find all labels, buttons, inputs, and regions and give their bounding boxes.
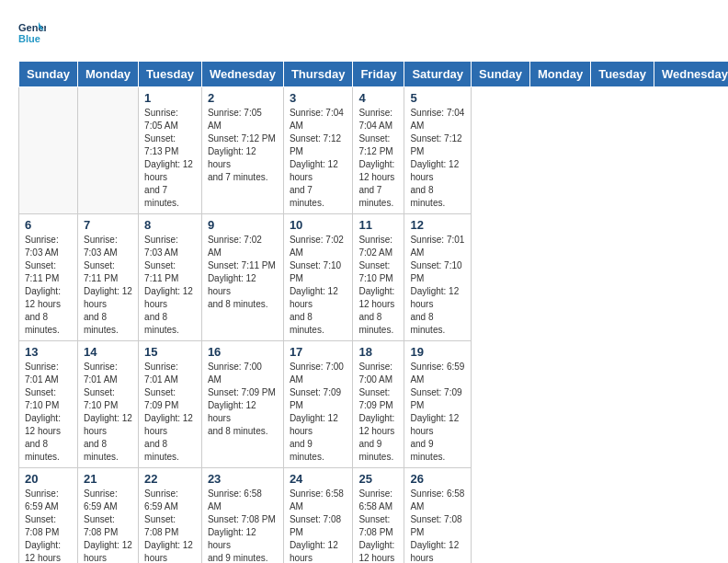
col-header-sunday: Sunday	[19, 62, 78, 87]
day-cell: 1Sunrise: 7:05 AM Sunset: 7:13 PM Daylig…	[139, 87, 202, 214]
logo-icon: General Blue	[18, 18, 46, 46]
day-info: Sunrise: 7:04 AM Sunset: 7:12 PM Dayligh…	[410, 107, 465, 210]
col-header-sunday: Sunday	[472, 62, 530, 87]
day-cell: 18Sunrise: 7:00 AM Sunset: 7:09 PM Dayli…	[353, 341, 404, 468]
day-info: Sunrise: 6:59 AM Sunset: 7:09 PM Dayligh…	[410, 361, 465, 464]
day-info: Sunrise: 6:58 AM Sunset: 7:08 PM Dayligh…	[358, 488, 398, 563]
day-info: Sunrise: 7:01 AM Sunset: 7:10 PM Dayligh…	[410, 234, 465, 337]
day-number: 17	[290, 345, 347, 359]
day-info: Sunrise: 6:58 AM Sunset: 7:08 PM Dayligh…	[208, 488, 278, 563]
day-cell: 20Sunrise: 6:59 AM Sunset: 7:08 PM Dayli…	[19, 468, 78, 564]
day-number: 18	[358, 345, 398, 359]
day-number: 26	[410, 472, 465, 486]
day-info: Sunrise: 7:01 AM Sunset: 7:10 PM Dayligh…	[84, 361, 132, 464]
day-number: 6	[25, 218, 72, 232]
day-info: Sunrise: 6:59 AM Sunset: 7:08 PM Dayligh…	[84, 488, 132, 563]
day-cell: 13Sunrise: 7:01 AM Sunset: 7:10 PM Dayli…	[19, 341, 78, 468]
day-number: 24	[290, 472, 347, 486]
day-info: Sunrise: 7:05 AM Sunset: 7:12 PM Dayligh…	[208, 107, 278, 184]
day-info: Sunrise: 7:00 AM Sunset: 7:09 PM Dayligh…	[358, 361, 398, 464]
week-row-1: 1Sunrise: 7:05 AM Sunset: 7:13 PM Daylig…	[19, 87, 729, 214]
col-header-thursday: Thursday	[283, 62, 353, 87]
day-cell: 23Sunrise: 6:58 AM Sunset: 7:08 PM Dayli…	[201, 468, 283, 564]
day-number: 10	[290, 218, 347, 232]
day-info: Sunrise: 7:02 AM Sunset: 7:10 PM Dayligh…	[290, 234, 347, 337]
day-cell: 25Sunrise: 6:58 AM Sunset: 7:08 PM Dayli…	[353, 468, 404, 564]
day-info: Sunrise: 7:02 AM Sunset: 7:10 PM Dayligh…	[358, 234, 398, 337]
day-number: 9	[208, 218, 278, 232]
day-cell	[19, 87, 78, 214]
day-cell	[77, 87, 138, 214]
day-info: Sunrise: 7:03 AM Sunset: 7:11 PM Dayligh…	[84, 234, 132, 337]
day-info: Sunrise: 7:03 AM Sunset: 7:11 PM Dayligh…	[25, 234, 72, 337]
day-cell: 22Sunrise: 6:59 AM Sunset: 7:08 PM Dayli…	[139, 468, 202, 564]
day-number: 14	[84, 345, 132, 359]
day-number: 22	[144, 472, 196, 486]
day-number: 15	[144, 345, 196, 359]
calendar-table: SundayMondayTuesdayWednesdayThursdayFrid…	[18, 61, 728, 563]
day-info: Sunrise: 7:01 AM Sunset: 7:10 PM Dayligh…	[25, 361, 72, 464]
svg-text:Blue: Blue	[18, 33, 40, 44]
day-number: 8	[144, 218, 196, 232]
day-number: 2	[208, 91, 278, 105]
day-cell: 6Sunrise: 7:03 AM Sunset: 7:11 PM Daylig…	[19, 214, 78, 341]
col-header-wednesday: Wednesday	[654, 62, 728, 87]
day-info: Sunrise: 7:04 AM Sunset: 7:12 PM Dayligh…	[290, 107, 347, 210]
day-number: 3	[290, 91, 347, 105]
day-cell: 26Sunrise: 6:58 AM Sunset: 7:08 PM Dayli…	[404, 468, 472, 564]
page-header: General Blue	[18, 18, 710, 46]
day-cell: 17Sunrise: 7:00 AM Sunset: 7:09 PM Dayli…	[283, 341, 353, 468]
day-cell: 3Sunrise: 7:04 AM Sunset: 7:12 PM Daylig…	[283, 87, 353, 214]
day-info: Sunrise: 6:58 AM Sunset: 7:08 PM Dayligh…	[290, 488, 347, 563]
day-cell: 12Sunrise: 7:01 AM Sunset: 7:10 PM Dayli…	[404, 214, 472, 341]
day-cell: 8Sunrise: 7:03 AM Sunset: 7:11 PM Daylig…	[139, 214, 202, 341]
day-number: 1	[144, 91, 196, 105]
day-number: 25	[358, 472, 398, 486]
day-number: 16	[208, 345, 278, 359]
day-cell: 10Sunrise: 7:02 AM Sunset: 7:10 PM Dayli…	[283, 214, 353, 341]
day-number: 21	[84, 472, 132, 486]
day-number: 20	[25, 472, 72, 486]
day-number: 19	[410, 345, 465, 359]
week-row-3: 13Sunrise: 7:01 AM Sunset: 7:10 PM Dayli…	[19, 341, 729, 468]
day-info: Sunrise: 7:00 AM Sunset: 7:09 PM Dayligh…	[208, 361, 278, 438]
day-number: 12	[410, 218, 465, 232]
header-row: SundayMondayTuesdayWednesdayThursdayFrid…	[19, 62, 729, 87]
col-header-friday: Friday	[353, 62, 404, 87]
day-info: Sunrise: 6:59 AM Sunset: 7:08 PM Dayligh…	[25, 488, 72, 563]
day-cell: 5Sunrise: 7:04 AM Sunset: 7:12 PM Daylig…	[404, 87, 472, 214]
day-info: Sunrise: 7:05 AM Sunset: 7:13 PM Dayligh…	[144, 107, 196, 210]
day-number: 7	[84, 218, 132, 232]
week-row-2: 6Sunrise: 7:03 AM Sunset: 7:11 PM Daylig…	[19, 214, 729, 341]
day-info: Sunrise: 7:04 AM Sunset: 7:12 PM Dayligh…	[358, 107, 398, 210]
day-number: 5	[410, 91, 465, 105]
day-info: Sunrise: 7:02 AM Sunset: 7:11 PM Dayligh…	[208, 234, 278, 311]
day-cell: 9Sunrise: 7:02 AM Sunset: 7:11 PM Daylig…	[201, 214, 283, 341]
day-cell: 16Sunrise: 7:00 AM Sunset: 7:09 PM Dayli…	[201, 341, 283, 468]
day-cell: 7Sunrise: 7:03 AM Sunset: 7:11 PM Daylig…	[77, 214, 138, 341]
day-cell: 19Sunrise: 6:59 AM Sunset: 7:09 PM Dayli…	[404, 341, 472, 468]
day-number: 23	[208, 472, 278, 486]
col-header-tuesday: Tuesday	[139, 62, 202, 87]
col-header-monday: Monday	[77, 62, 138, 87]
col-header-tuesday: Tuesday	[591, 62, 654, 87]
day-number: 13	[25, 345, 72, 359]
week-row-4: 20Sunrise: 6:59 AM Sunset: 7:08 PM Dayli…	[19, 468, 729, 564]
day-cell: 15Sunrise: 7:01 AM Sunset: 7:09 PM Dayli…	[139, 341, 202, 468]
day-info: Sunrise: 7:03 AM Sunset: 7:11 PM Dayligh…	[144, 234, 196, 337]
col-header-saturday: Saturday	[404, 62, 472, 87]
day-cell: 4Sunrise: 7:04 AM Sunset: 7:12 PM Daylig…	[353, 87, 404, 214]
day-number: 11	[358, 218, 398, 232]
day-info: Sunrise: 6:59 AM Sunset: 7:08 PM Dayligh…	[144, 488, 196, 563]
day-cell: 14Sunrise: 7:01 AM Sunset: 7:10 PM Dayli…	[77, 341, 138, 468]
day-info: Sunrise: 7:01 AM Sunset: 7:09 PM Dayligh…	[144, 361, 196, 464]
day-info: Sunrise: 7:00 AM Sunset: 7:09 PM Dayligh…	[290, 361, 347, 464]
day-cell: 24Sunrise: 6:58 AM Sunset: 7:08 PM Dayli…	[283, 468, 353, 564]
day-number: 4	[358, 91, 398, 105]
col-header-wednesday: Wednesday	[201, 62, 283, 87]
day-info: Sunrise: 6:58 AM Sunset: 7:08 PM Dayligh…	[410, 488, 465, 563]
day-cell: 11Sunrise: 7:02 AM Sunset: 7:10 PM Dayli…	[353, 214, 404, 341]
logo: General Blue	[18, 18, 50, 46]
col-header-monday: Monday	[530, 62, 591, 87]
day-cell: 2Sunrise: 7:05 AM Sunset: 7:12 PM Daylig…	[201, 87, 283, 214]
